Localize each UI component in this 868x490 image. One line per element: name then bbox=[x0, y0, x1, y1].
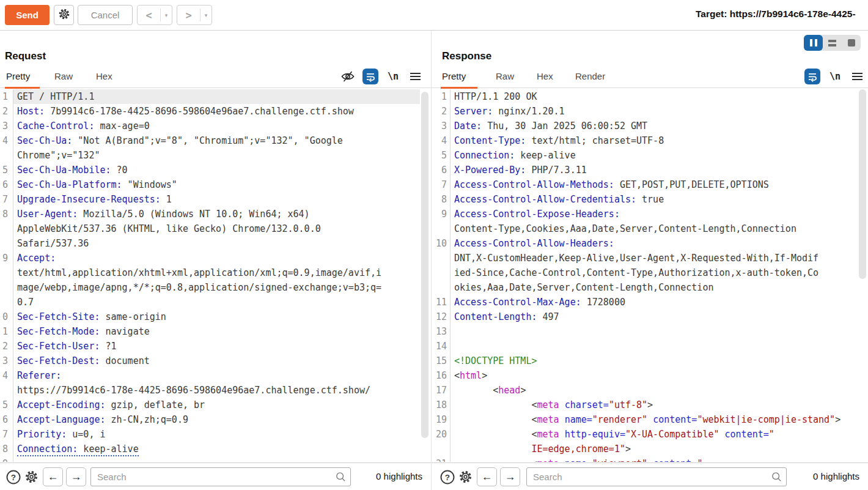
code-line[interactable]: 10Access-Control-Allow-Headers: bbox=[432, 236, 868, 251]
code-line[interactable]: 1Sec-Fetch-Mode: navigate bbox=[0, 324, 431, 339]
code-line[interactable]: 3Sec-Fetch-Dest: document bbox=[0, 354, 431, 368]
code-line[interactable]: 3Cache-Control: max-age=0 bbox=[0, 119, 431, 133]
code-line[interactable]: 4Referer: bbox=[0, 368, 431, 383]
code-line[interactable]: 16<html> bbox=[432, 368, 868, 383]
code-line[interactable]: 8Connection: keep-alive bbox=[0, 442, 431, 456]
line-content: Access-Control-Allow-Headers: bbox=[451, 236, 859, 251]
code-line[interactable]: 7Priority: u=0, i bbox=[0, 427, 431, 442]
search-settings-gear-icon[interactable] bbox=[457, 469, 474, 485]
history-back-button[interactable]: < ▾ bbox=[137, 5, 172, 25]
code-line[interactable]: 4Content-Type: text/html; charset=UTF-8 bbox=[432, 133, 868, 148]
code-line[interactable]: 8Access-Control-Allow-Credentials: true bbox=[432, 192, 868, 207]
code-line[interactable]: okies,Aaa,Date,Server,Content-Length,Con… bbox=[432, 280, 868, 295]
request-panel: Request Pretty Raw Hex \n 1GET / HTTP/1.… bbox=[0, 31, 431, 490]
word-wrap-icon[interactable] bbox=[362, 69, 378, 84]
tab-raw[interactable]: Raw bbox=[496, 71, 514, 81]
layout-rows-button[interactable] bbox=[823, 35, 842, 51]
history-forward-button[interactable]: > ▾ bbox=[177, 5, 212, 25]
back-dropdown-icon[interactable]: ▾ bbox=[161, 12, 172, 18]
code-line[interactable]: Chrome";v="132" bbox=[0, 148, 431, 163]
newline-icon[interactable]: \n bbox=[385, 69, 401, 84]
code-line[interactable]: DNT,X-CustomHeader,Keep-Alive,User-Agent… bbox=[432, 251, 868, 265]
code-line[interactable]: text/html,application/xhtml+xml,applicat… bbox=[0, 265, 431, 280]
code-line[interactable]: 1GET / HTTP/1.1 bbox=[0, 89, 431, 104]
code-line[interactable]: 13 bbox=[432, 324, 868, 339]
code-line[interactable]: IE=edge,chrome=1"> bbox=[432, 442, 868, 456]
tab-raw[interactable]: Raw bbox=[54, 71, 73, 81]
code-line[interactable]: 5Accept-Encoding: gzip, deflate, br bbox=[0, 398, 431, 412]
forward-dropdown-icon[interactable]: ▾ bbox=[200, 12, 211, 18]
code-line[interactable]: 1HTTP/1.1 200 OK bbox=[432, 89, 868, 104]
code-line[interactable]: 2Host: 7b9914c6-178e-4425-8696-598604e96… bbox=[0, 104, 431, 119]
code-line[interactable]: 4Sec-Ch-Ua: "Not A(Brand";v="8", "Chromi… bbox=[0, 133, 431, 148]
code-line[interactable]: 20 <meta http-equiv="X-UA-Compatible" co… bbox=[432, 427, 868, 442]
search-settings-gear-icon[interactable] bbox=[23, 469, 40, 485]
code-line[interactable]: AppleWebKit/537.36 (KHTML, like Gecko) C… bbox=[0, 221, 431, 236]
layout-columns-button[interactable] bbox=[804, 35, 823, 51]
response-editor[interactable]: 1HTTP/1.1 200 OK2Server: nginx/1.20.13Da… bbox=[432, 89, 868, 462]
code-line[interactable]: ied-Since,Cache-Control,Content-Type,Aut… bbox=[432, 265, 868, 280]
code-line[interactable]: 9Accept: bbox=[0, 251, 431, 265]
code-line[interactable]: 15<!DOCTYPE HTML> bbox=[432, 354, 868, 368]
code-line[interactable]: 5Connection: keep-alive bbox=[432, 148, 868, 163]
line-number: 18 bbox=[432, 398, 451, 412]
code-line[interactable]: 2Server: nginx/1.20.1 bbox=[432, 104, 868, 119]
send-settings-button[interactable] bbox=[54, 5, 74, 25]
eye-off-icon[interactable] bbox=[340, 69, 356, 84]
code-line[interactable]: 8User-Agent: Mozilla/5.0 (Windows NT 10.… bbox=[0, 207, 431, 221]
tab-hex[interactable]: Hex bbox=[96, 71, 112, 81]
search-input[interactable] bbox=[526, 467, 787, 486]
layout-single-button[interactable] bbox=[842, 35, 861, 51]
word-wrap-icon[interactable] bbox=[804, 69, 820, 84]
code-line[interactable]: 12Content-Length: 497 bbox=[432, 310, 868, 324]
prev-match-button[interactable]: ← bbox=[43, 467, 63, 486]
menu-icon[interactable] bbox=[407, 69, 423, 84]
code-line[interactable]: 7Upgrade-Insecure-Requests: 1 bbox=[0, 192, 431, 207]
request-scrollbar[interactable] bbox=[421, 92, 428, 438]
request-tabs: Pretty Raw Hex \n bbox=[0, 67, 431, 88]
code-line[interactable]: 6Sec-Ch-Ua-Platform: "Windows" bbox=[0, 177, 431, 192]
line-content: https://7b9914c6-178e-4425-8696-598604e9… bbox=[13, 383, 420, 398]
code-line[interactable]: 21 <meta name="viewport" content=" bbox=[432, 456, 868, 462]
code-line[interactable]: mage/webp,image/apng,*/*;q=0.8,applicati… bbox=[0, 280, 431, 295]
code-line[interactable]: 6X-Powered-By: PHP/7.3.11 bbox=[432, 163, 868, 177]
code-line[interactable]: 18 <meta charset="utf-8"> bbox=[432, 398, 868, 412]
line-content: Sec-Ch-Ua-Platform: "Windows" bbox=[13, 177, 420, 192]
line-number: 8 bbox=[0, 207, 13, 221]
cancel-button[interactable]: Cancel bbox=[78, 5, 133, 25]
code-line[interactable]: 17 <head> bbox=[432, 383, 868, 398]
response-scrollbar[interactable] bbox=[859, 89, 866, 279]
menu-icon[interactable] bbox=[849, 69, 865, 84]
help-icon[interactable]: ? bbox=[5, 469, 21, 485]
code-line[interactable]: Safari/537.36 bbox=[0, 236, 431, 251]
line-number: 7 bbox=[0, 427, 13, 442]
newline-icon[interactable]: \n bbox=[827, 69, 843, 84]
code-line[interactable]: 11Access-Control-Max-Age: 1728000 bbox=[432, 295, 868, 310]
line-number: 8 bbox=[432, 192, 451, 207]
search-input[interactable] bbox=[90, 467, 351, 486]
request-editor[interactable]: 1GET / HTTP/1.12Host: 7b9914c6-178e-4425… bbox=[0, 89, 431, 462]
next-match-button[interactable]: → bbox=[66, 467, 86, 486]
help-icon[interactable]: ? bbox=[439, 469, 455, 485]
code-line[interactable]: 3Date: Thu, 30 Jan 2025 06:00:52 GMT bbox=[432, 119, 868, 133]
code-line[interactable]: 9 bbox=[0, 456, 431, 462]
code-line[interactable]: 5Sec-Ch-Ua-Mobile: ?0 bbox=[0, 163, 431, 177]
code-line[interactable]: Content-Type,Cookies,Aaa,Date,Server,Con… bbox=[432, 221, 868, 236]
tab-pretty[interactable]: Pretty bbox=[442, 71, 466, 81]
code-line[interactable]: 2Sec-Fetch-User: ?1 bbox=[0, 339, 431, 354]
code-line[interactable]: https://7b9914c6-178e-4425-8696-598604e9… bbox=[0, 383, 431, 398]
code-line[interactable]: 9Access-Control-Expose-Headers: bbox=[432, 207, 868, 221]
code-line[interactable]: 14 bbox=[432, 339, 868, 354]
tab-pretty[interactable]: Pretty bbox=[6, 71, 30, 81]
code-line[interactable]: 6Accept-Language: zh-CN,zh;q=0.9 bbox=[0, 412, 431, 427]
tab-hex[interactable]: Hex bbox=[537, 71, 553, 81]
prev-match-button[interactable]: ← bbox=[477, 467, 497, 486]
code-line[interactable]: 19 <meta name="renderer" content="webkit… bbox=[432, 412, 868, 427]
code-line[interactable]: 7Access-Control-Allow-Methods: GET,POST,… bbox=[432, 177, 868, 192]
send-button[interactable]: Send bbox=[5, 5, 50, 25]
next-match-button[interactable]: → bbox=[500, 467, 520, 486]
tab-render[interactable]: Render bbox=[575, 71, 605, 81]
line-content: Server: nginx/1.20.1 bbox=[451, 104, 859, 119]
code-line[interactable]: 0Sec-Fetch-Site: same-origin bbox=[0, 310, 431, 324]
code-line[interactable]: 0.7 bbox=[0, 295, 431, 310]
